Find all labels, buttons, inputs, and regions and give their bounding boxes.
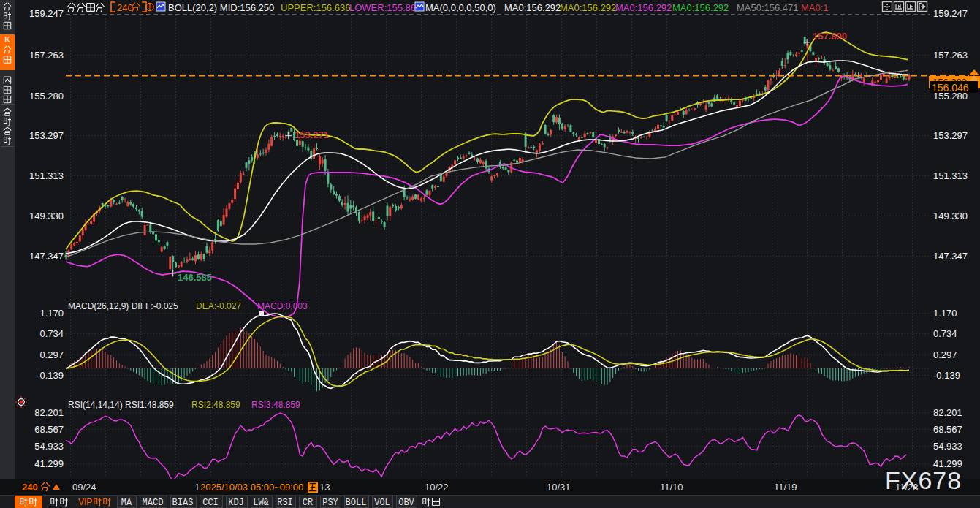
svg-text:BIAS: BIAS <box>172 498 194 508</box>
svg-text:151.313: 151.313 <box>29 170 64 181</box>
svg-text:153.297: 153.297 <box>933 130 968 141</box>
svg-text:146.585: 146.585 <box>178 272 212 283</box>
svg-text:157.890: 157.890 <box>813 31 847 42</box>
svg-text:149.330: 149.330 <box>933 211 968 221</box>
svg-text:K: K <box>4 34 11 45</box>
svg-text:LW&: LW& <box>253 498 269 508</box>
svg-text:155.280: 155.280 <box>933 91 968 102</box>
svg-text:MACD: MACD <box>143 498 164 508</box>
svg-text:DEA:-0.027: DEA:-0.027 <box>196 301 241 311</box>
svg-text:MACD(26,12,9) DIFF:-0.025: MACD(26,12,9) DIFF:-0.025 <box>68 301 178 311</box>
svg-text:68.567: 68.567 <box>34 424 64 435</box>
svg-text:153.297: 153.297 <box>29 130 64 141</box>
svg-text:MA0:156.292: MA0:156.292 <box>615 2 672 13</box>
svg-text:OBV: OBV <box>398 498 414 508</box>
svg-text:82.201: 82.201 <box>34 407 64 418</box>
svg-text:1.170: 1.170 <box>933 308 957 319</box>
svg-text:PSY: PSY <box>322 498 338 508</box>
svg-text:13: 13 <box>319 482 330 493</box>
svg-text:BOLL: BOLL <box>346 498 367 508</box>
svg-text:149.330: 149.330 <box>29 211 64 221</box>
svg-text:RSI2:48.859: RSI2:48.859 <box>191 400 240 410</box>
svg-text:VIP: VIP <box>78 497 92 507</box>
svg-text:10/22: 10/22 <box>425 482 449 493</box>
svg-text:153.271: 153.271 <box>295 129 329 140</box>
svg-text:1: 1 <box>194 482 200 493</box>
svg-text:11/10: 11/10 <box>660 482 683 493</box>
svg-text:RSI(14,14,14) RSI1:48.859: RSI(14,14,14) RSI1:48.859 <box>68 400 174 410</box>
svg-text:10/31: 10/31 <box>547 482 571 493</box>
svg-text:0.297: 0.297 <box>933 349 957 360</box>
svg-text:155.280: 155.280 <box>29 91 64 102</box>
svg-text:RSI: RSI <box>277 498 293 508</box>
svg-text:240: 240 <box>22 482 38 493</box>
svg-text:UPPER:156.636: UPPER:156.636 <box>281 2 350 13</box>
svg-text:54.933: 54.933 <box>933 441 962 452</box>
svg-text:0.297: 0.297 <box>39 349 64 360</box>
svg-text:KDJ: KDJ <box>228 498 244 508</box>
svg-text:MA0:156.292: MA0:156.292 <box>672 2 729 13</box>
svg-text:0.734: 0.734 <box>933 328 957 339</box>
svg-text:159.247: 159.247 <box>29 8 64 19</box>
svg-text:159.247: 159.247 <box>933 8 968 19</box>
svg-text:157.263: 157.263 <box>29 50 64 61</box>
svg-text:11/28: 11/28 <box>895 482 919 493</box>
svg-text:09/24: 09/24 <box>72 482 96 493</box>
svg-text:147.347: 147.347 <box>933 251 968 262</box>
svg-text:41.299: 41.299 <box>34 458 64 469</box>
svg-text:RSI3:48.859: RSI3:48.859 <box>251 400 300 410</box>
svg-text:VOL: VOL <box>374 498 390 508</box>
svg-text:240: 240 <box>117 2 133 13</box>
svg-text:11/19: 11/19 <box>774 482 797 493</box>
svg-text:MA50:156.471: MA50:156.471 <box>737 2 799 13</box>
svg-text:MA0:1: MA0:1 <box>801 2 829 13</box>
svg-text:MA0:156.292: MA0:156.292 <box>560 2 616 13</box>
svg-text:-0.139: -0.139 <box>933 370 960 381</box>
svg-text:MACD:0.003: MACD:0.003 <box>257 301 308 311</box>
svg-text:-0.139: -0.139 <box>37 370 64 381</box>
svg-text:MA(0,0,0,0,50,0): MA(0,0,0,0,50,0) <box>425 2 496 13</box>
svg-text:82.201: 82.201 <box>933 407 962 418</box>
svg-text:157.263: 157.263 <box>933 50 968 61</box>
svg-text:1.170: 1.170 <box>39 308 64 319</box>
svg-text:0.734: 0.734 <box>39 328 64 339</box>
svg-text:LOWER:155.865: LOWER:155.865 <box>349 2 421 13</box>
svg-text:54.933: 54.933 <box>34 441 64 452</box>
svg-text:MA0:156.292: MA0:156.292 <box>504 2 561 13</box>
svg-text:BOLL(20,2) MID:156.250: BOLL(20,2) MID:156.250 <box>168 2 274 13</box>
svg-text:151.313: 151.313 <box>933 170 968 181</box>
svg-text:68.567: 68.567 <box>933 424 962 435</box>
svg-text:CR: CR <box>303 498 313 508</box>
svg-text:147.347: 147.347 <box>29 251 64 262</box>
svg-text:CCI: CCI <box>202 498 219 508</box>
svg-text:2025/10/03 05:00~09:00: 2025/10/03 05:00~09:00 <box>200 482 303 493</box>
svg-text:MA: MA <box>121 498 132 508</box>
